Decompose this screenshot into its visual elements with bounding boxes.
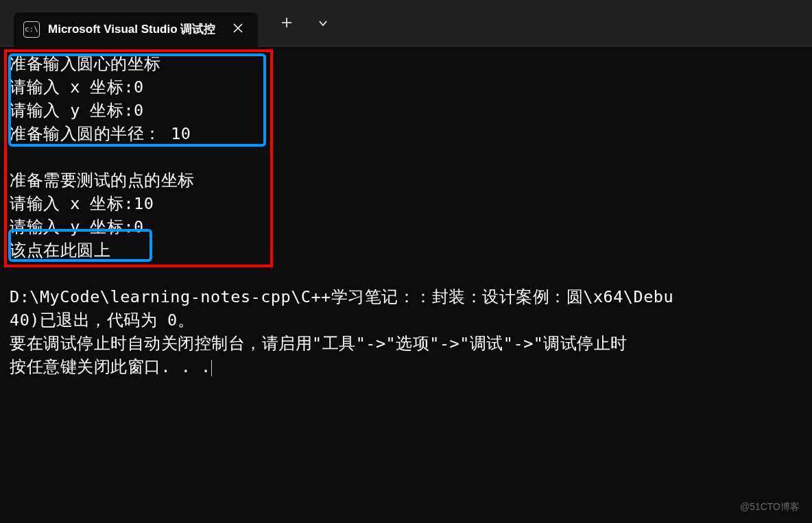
terminal-icon: c:\ — [23, 21, 40, 38]
terminal-tab[interactable]: c:\ Microsoft Visual Studio 调试控 — [14, 12, 258, 47]
output-line: 请输入 y 坐标:0 — [10, 217, 144, 236]
terminal-viewport[interactable]: 准备输入圆心的坐标 请输入 x 坐标:0 请输入 y 坐标:0 准备输入圆的半径… — [0, 47, 812, 378]
close-tab-button[interactable] — [228, 20, 248, 39]
output-line: 40)已退出，代码为 0。 — [10, 311, 194, 330]
output-line: 准备需要测试的点的坐标 — [10, 171, 195, 190]
tab-title: Microsoft Visual Studio 调试控 — [48, 21, 215, 37]
new-tab-button[interactable] — [272, 10, 302, 36]
output-line: 按任意键关闭此窗口. . . — [10, 357, 211, 376]
output-line: 请输入 x 坐标:0 — [10, 77, 144, 97]
tab-toolbar — [272, 10, 337, 36]
tab-dropdown-button[interactable] — [309, 10, 337, 36]
output-line: 该点在此圆上 — [10, 241, 110, 260]
output-line: 要在调试停止时自动关闭控制台，请启用"工具"->"选项"->"调试"->"调试停… — [10, 334, 628, 353]
title-bar: c:\ Microsoft Visual Studio 调试控 — [0, 0, 812, 47]
output-line: D:\MyCode\learning-notes-cpp\C++学习笔记：：封装… — [10, 287, 673, 306]
watermark: @51CTO博客 — [740, 501, 800, 513]
output-line: 准备输入圆心的坐标 — [10, 54, 161, 73]
cursor — [211, 360, 212, 376]
output-line: 准备输入圆的半径： 10 — [10, 124, 191, 143]
output-line: 请输入 x 坐标:10 — [10, 194, 154, 213]
output-line: 请输入 y 坐标:0 — [10, 101, 144, 120]
console-output: 准备输入圆心的坐标 请输入 x 坐标:0 请输入 y 坐标:0 准备输入圆的半径… — [0, 47, 812, 378]
